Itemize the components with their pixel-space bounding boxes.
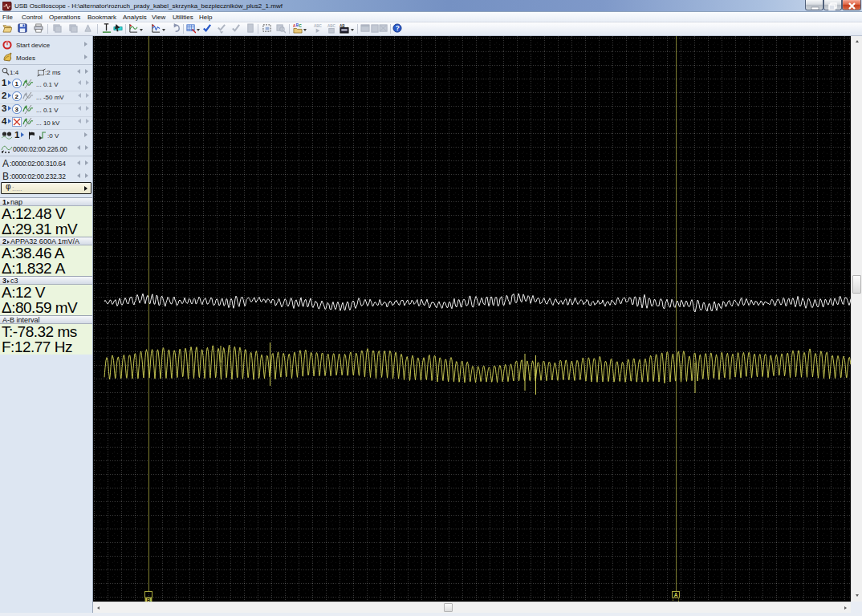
svg-text:A: A — [674, 592, 678, 598]
svg-text:C: C — [299, 24, 302, 28]
svg-text:ABC: ABC — [327, 24, 336, 28]
svg-text:ABC: ABC — [314, 24, 323, 28]
svg-text:?: ? — [396, 24, 400, 32]
svg-text:AB→: AB→ — [340, 24, 348, 28]
